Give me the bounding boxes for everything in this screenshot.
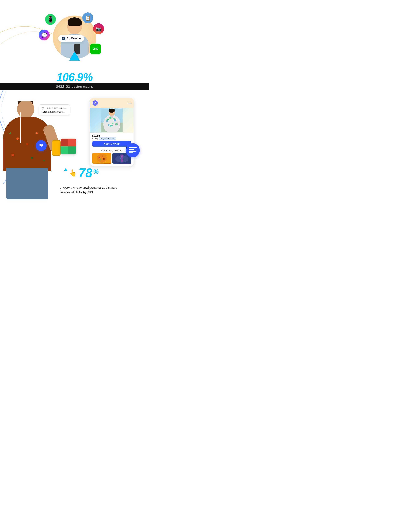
product-image bbox=[90, 108, 134, 133]
swatch-green[interactable] bbox=[61, 146, 68, 154]
earphone-cord bbox=[20, 112, 21, 143]
card-header: A bbox=[90, 98, 134, 108]
menu-line-2 bbox=[128, 103, 131, 103]
product-price: $2,500 bbox=[92, 135, 131, 137]
svg-point-7 bbox=[112, 123, 113, 124]
also-like-label: YOU MIGHT ALSO LIKE bbox=[92, 150, 131, 152]
swatch-dark-green[interactable] bbox=[68, 146, 76, 154]
svg-point-20 bbox=[100, 159, 101, 160]
jacket-svg bbox=[101, 109, 123, 132]
also-like-grid bbox=[92, 153, 131, 164]
heart-button[interactable]: ❤ bbox=[36, 140, 46, 151]
top-section: 📱 💬 📋 📷 LINE B BotBonnie 106.9% bbox=[0, 0, 149, 83]
shop-tag: design floral jacket bbox=[99, 137, 116, 140]
svg-point-9 bbox=[115, 123, 118, 125]
menu-icon[interactable] bbox=[128, 102, 131, 104]
shop-avatar: A bbox=[92, 100, 98, 106]
whatsapp-icon: 📱 bbox=[45, 14, 56, 25]
add-to-card-button[interactable]: ADD TO CARD bbox=[92, 141, 131, 147]
person-head bbox=[17, 101, 34, 118]
person-pants bbox=[6, 168, 48, 199]
divider-text: 2022 Q1 active users bbox=[56, 85, 93, 89]
person-cutout bbox=[0, 101, 62, 199]
bottom-stat: 👆 78 % bbox=[64, 167, 99, 179]
chat-bubble: men, jacket, printed, floral, orange, gr… bbox=[39, 104, 70, 115]
botbonnie-logo: B bbox=[62, 37, 65, 40]
stat-percent-sign: % bbox=[93, 168, 99, 175]
stats-icon bbox=[129, 147, 137, 153]
svg-point-8 bbox=[108, 124, 110, 126]
person-phone bbox=[52, 140, 61, 156]
svg-point-25 bbox=[120, 158, 122, 159]
bottom-section: men, jacket, printed, floral, orange, gr… bbox=[0, 90, 149, 199]
hand-icon: 👆 bbox=[69, 169, 77, 177]
botbonnie-label: B BotBonnie bbox=[58, 35, 84, 42]
line-icon: LINE bbox=[90, 44, 101, 54]
also-like-item-1[interactable] bbox=[92, 153, 111, 164]
stats-line-2 bbox=[129, 149, 134, 150]
stat-arrow bbox=[64, 168, 67, 171]
ecommerce-card: A bbox=[90, 98, 134, 166]
stat-number: 78 bbox=[78, 167, 92, 179]
stats-line-1 bbox=[129, 147, 137, 148]
product-shop: A.Shop design floral jacket bbox=[92, 137, 131, 140]
svg-point-16 bbox=[97, 154, 107, 162]
hero-container: 📱 💬 📋 📷 LINE B BotBonnie bbox=[36, 5, 113, 70]
swatch-light-red[interactable] bbox=[68, 139, 76, 146]
svg-point-5 bbox=[109, 117, 111, 119]
instagram-icon: 📷 bbox=[93, 23, 104, 34]
stats-button[interactable] bbox=[126, 143, 140, 157]
svg-point-26 bbox=[122, 159, 123, 160]
svg-point-18 bbox=[102, 156, 103, 157]
radio-button bbox=[42, 107, 44, 110]
svg-point-6 bbox=[114, 119, 116, 121]
triangle-arrow bbox=[69, 51, 80, 61]
messenger-icon: 💬 bbox=[39, 29, 50, 40]
top-stat: 106.9% bbox=[56, 71, 92, 83]
divider-bar: 2022 Q1 active users bbox=[0, 83, 149, 90]
svg-point-24 bbox=[121, 156, 122, 157]
stats-line-3 bbox=[129, 151, 136, 152]
menu-line-1 bbox=[128, 102, 131, 102]
bottom-description: AIQUA's AI-powered personalized messa in… bbox=[60, 185, 117, 195]
svg-point-17 bbox=[99, 157, 100, 158]
stats-line-4 bbox=[129, 152, 133, 153]
svg-point-19 bbox=[103, 158, 105, 160]
menu-line-3 bbox=[128, 104, 131, 104]
clipboard-icon: 📋 bbox=[82, 12, 93, 23]
swatch-red[interactable] bbox=[61, 139, 68, 146]
color-swatches bbox=[61, 139, 76, 154]
